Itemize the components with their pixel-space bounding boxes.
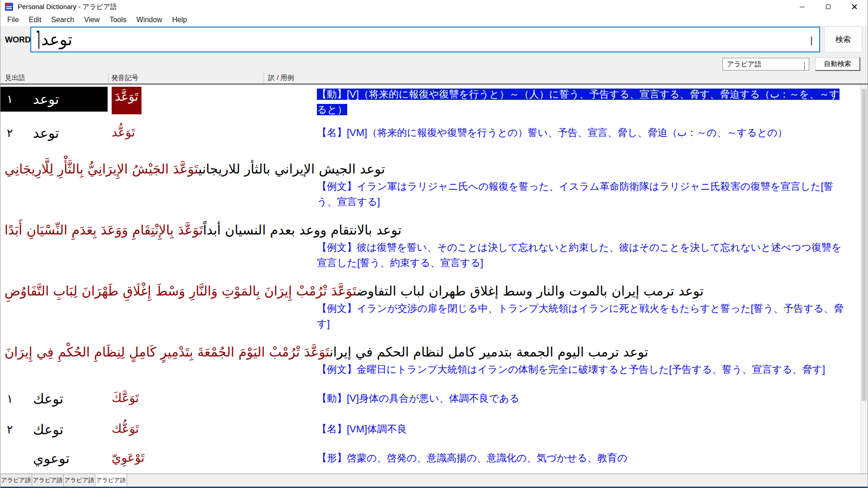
list-item[interactable]: توعوي تَوْعَوِيّ 【形】啓蒙の、啓発の、意識高揚の、意識化の、気… bbox=[0, 448, 861, 474]
list-item[interactable]: ١توعك تَوَعَّكَ 【動】[V]身体の具合が悪い、体調不良である bbox=[0, 389, 861, 419]
example-japanese: 【例文】金曜日にトランプ大統領はイランの体制を完全に破壊すると予告した[予告する… bbox=[317, 360, 861, 377]
headword-text: توعد bbox=[33, 125, 59, 141]
example-arabic-vocalized: تَوَعَّدَ تْرُمْبْ إِيرَانَ بِالمَوْتِ و… bbox=[5, 283, 357, 299]
dictionary-select[interactable]: アラビア語 bbox=[722, 58, 809, 70]
example-japanese: 【例文】イランが交渉の扉を閉じる中、トランプ大統領はイランに死と戦火をもたらすと… bbox=[317, 299, 861, 332]
list-item[interactable]: توعد ترمب إيران بالموت والنار وسط إغلاق … bbox=[0, 280, 861, 341]
chevron-down-icon bbox=[804, 62, 805, 70]
pronunciation-cell: تَوَعُّد bbox=[112, 125, 135, 139]
list-item[interactable]: توعد ترمب اليوم الجمعة بتدمير كامل لنظام… bbox=[0, 341, 861, 389]
menu-file[interactable]: File bbox=[2, 16, 24, 24]
close-icon bbox=[852, 4, 857, 9]
example-arabic-vocalized: تَوَعَّدَ الجَيْشُ الإِيرَانِيُّ بِالثَّ… bbox=[5, 161, 198, 177]
menu-help[interactable]: Help bbox=[167, 16, 192, 24]
dictionary-select-value: アラビア語 bbox=[727, 60, 761, 69]
menu-tools[interactable]: Tools bbox=[104, 16, 131, 24]
menubar: File Edit Search View Tools Window Help bbox=[0, 14, 868, 26]
headword-text: توعك bbox=[33, 391, 63, 407]
titlebar: Personal Dictionary - アラビア語 bbox=[0, 0, 868, 14]
search-band: WORD توعد 検索 アラビア語 自動検索 bbox=[0, 26, 868, 71]
example-arabic-vocalized: تَوَعَّدَ بِالإِنْتِقَامِ وَوَعَدَ بِعَد… bbox=[5, 222, 203, 238]
close-button[interactable] bbox=[841, 0, 868, 14]
pronunciation-cell: تَوَعُّك bbox=[112, 422, 139, 436]
menu-edit[interactable]: Edit bbox=[24, 16, 47, 24]
headword-text: توعوي bbox=[33, 450, 70, 466]
column-translation: 訳 / 用例 bbox=[268, 74, 294, 82]
column-pronunciation: 発音記号 bbox=[111, 74, 138, 82]
results-list: ١توعد تَوَعَّدَ 【動】[V]（将来的に報復や復讐を行うと）～（人… bbox=[0, 84, 868, 474]
scrollbar-thumb[interactable] bbox=[862, 89, 867, 401]
menu-search[interactable]: Search bbox=[46, 16, 79, 24]
headword-cell: ١توعك bbox=[0, 391, 109, 407]
minimize-button[interactable] bbox=[789, 0, 815, 14]
list-item[interactable]: ٢توعك تَوَعُّك 【名】[VM]体調不良 bbox=[0, 419, 861, 448]
example-arabic-vocalized: تَوَعَّدَ تْرُمْبْ اليَوْمَ الجُمْعَةَ ب… bbox=[5, 344, 330, 360]
statusbar: アラビア語 アラビア語 アラビア語 アラビア語 bbox=[0, 474, 868, 487]
pronunciation-cell-selected: تَوَعَّدَ bbox=[112, 87, 142, 114]
search-input-value: توعد bbox=[41, 30, 72, 49]
auto-search-button[interactable]: 自動検索 bbox=[815, 57, 860, 71]
menu-window[interactable]: Window bbox=[132, 16, 167, 24]
example-japanese: 【例文】イラン軍はラリジャニ氏への報復を誓った、イスラム革命防衛隊はラリジャニ氏… bbox=[317, 177, 861, 210]
dictionary-tab-4-active[interactable]: アラビア語 bbox=[95, 474, 127, 487]
headword-cell-selected: ١توعد bbox=[0, 87, 108, 112]
example-arabic-plain: توعد الجيش الإيراني بالثأر للاريجاني bbox=[198, 161, 385, 177]
translation-text: 【名】[VM]（将来的に報復や復讐を行うとの）誓い、予告、宣言、脅し、脅迫（ب：… bbox=[317, 127, 788, 138]
translation-text: 【名】[VM]体調不良 bbox=[317, 423, 407, 435]
column-divider bbox=[108, 73, 108, 83]
maximize-button[interactable] bbox=[815, 0, 841, 14]
menu-view[interactable]: View bbox=[79, 16, 104, 24]
example-japanese: 【例文】彼は復讐を誓い、そのことは決して忘れないと約束した、彼はそのことを決して… bbox=[317, 238, 861, 271]
search-button[interactable]: 検索 bbox=[824, 26, 862, 52]
list-item[interactable]: ٢توعد تَوَعُّد 【名】[VM]（将来的に報復や復讐を行うとの）誓い… bbox=[0, 123, 861, 158]
text-caret bbox=[38, 31, 39, 49]
headword-text: توعك bbox=[33, 422, 63, 437]
pronunciation-cell: تَوَعَّكَ bbox=[112, 391, 139, 405]
list-item[interactable]: ١توعد تَوَعَّدَ 【動】[V]（将来的に報復や復讐を行うと）～（人… bbox=[0, 84, 861, 123]
translation-text: 【形】啓蒙の、啓発の、意識高揚の、意識化の、気づかせる、教育の bbox=[317, 452, 627, 464]
vertical-scrollbar[interactable] bbox=[860, 84, 868, 474]
app-window: Personal Dictionary - アラビア語 File Edit Se… bbox=[0, 0, 868, 488]
translation-text: 【動】[V]身体の具合が悪い、体調不良である bbox=[317, 393, 519, 404]
minimize-icon bbox=[800, 7, 805, 7]
headword-cell: ٢توعد bbox=[0, 125, 109, 141]
column-headword: 見出語 bbox=[5, 74, 25, 82]
headword-cell: ٢توعك bbox=[0, 422, 109, 437]
chevron-down-icon[interactable] bbox=[811, 37, 812, 45]
maximize-icon bbox=[826, 5, 830, 9]
headword-cell: توعوي bbox=[0, 450, 109, 466]
dictionary-tab-1[interactable]: アラビア語 bbox=[0, 474, 32, 487]
example-arabic-plain: توعد بالانتقام ووعد بعدم النسيان أبداً bbox=[203, 222, 401, 238]
list-item[interactable]: توعد بالانتقام ووعد بعدم النسيان أبداًتَ… bbox=[0, 219, 861, 280]
example-arabic-plain: توعد ترمب إيران بالموت والنار وسط إغلاق … bbox=[357, 283, 704, 299]
window-controls bbox=[789, 0, 868, 14]
dictionary-tab-3[interactable]: アラビア語 bbox=[64, 474, 95, 487]
example-arabic-plain: توعد ترمب اليوم الجمعة بتدمير كامل لنظام… bbox=[330, 344, 648, 360]
headword-text: توعد bbox=[33, 91, 59, 107]
pdic-app-icon bbox=[5, 3, 13, 11]
search-input[interactable]: توعد bbox=[30, 27, 820, 52]
column-divider bbox=[264, 73, 264, 83]
window-title: Personal Dictionary - アラビア語 bbox=[18, 3, 117, 11]
pronunciation-cell: تَوْعَوِيّ bbox=[112, 450, 145, 465]
translation-text-selected: 【動】[V]（将来的に報復や復讐を行うと）～（人）に誓う、予告する、宣言する、脅… bbox=[317, 89, 840, 115]
dictionary-tab-2[interactable]: アラビア語 bbox=[32, 474, 64, 487]
word-label: WORD bbox=[5, 35, 31, 45]
column-header: 見出語 発音記号 訳 / 用例 bbox=[0, 71, 868, 84]
list-item[interactable]: توعد الجيش الإيراني بالثأر للاريجانيتَوَ… bbox=[0, 158, 861, 219]
